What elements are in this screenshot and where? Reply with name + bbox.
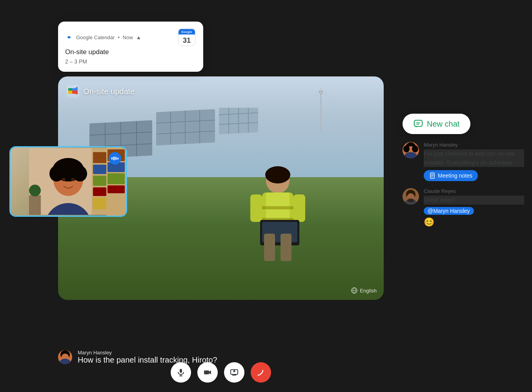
notification-time-range: 2 – 3 PM [65, 58, 195, 65]
audio-indicator [109, 152, 121, 165]
camera-icon [203, 368, 212, 377]
notification-card: Google Calendar • Now ▲ Google 31 On-sit… [58, 22, 203, 72]
svg-rect-46 [93, 187, 106, 196]
audio-bar-2 [113, 156, 115, 160]
sender-name-1: Maryn Hansley [424, 142, 524, 148]
gcal-icon [65, 33, 73, 41]
avatar-claude [403, 188, 419, 205]
svg-rect-29 [262, 206, 293, 209]
meet-logo-svg [67, 85, 79, 98]
notification-title: On-site update [65, 48, 195, 56]
end-call-icon [256, 368, 266, 377]
chevron-up-icon: ▲ [136, 34, 141, 40]
chat-text-2: Great news! [424, 196, 524, 205]
svg-rect-32 [293, 194, 305, 222]
language-label: English [360, 288, 377, 294]
chat-message-1: Maryn Hansley I've just checked in with … [403, 142, 524, 181]
svg-rect-48 [29, 195, 41, 215]
notification-time: Now [123, 34, 133, 40]
emoji-reaction: 😊 [424, 217, 524, 227]
chat-panel: New chat Maryn Hansley I've just checked… [403, 114, 524, 227]
svg-point-56 [57, 162, 68, 172]
chat-message-2: Claude Reyes Great news! @Maryn Hansley … [403, 188, 524, 227]
mention-row: @Maryn Hansley [424, 207, 524, 215]
svg-point-26 [265, 166, 290, 183]
wind-turbine [309, 88, 333, 135]
audio-bar-4 [117, 158, 118, 160]
notification-dot: • [118, 34, 120, 40]
svg-rect-67 [204, 370, 209, 374]
svg-rect-47 [93, 198, 106, 209]
svg-point-1 [68, 36, 70, 38]
meet-logo-overlay: On-site update [67, 85, 135, 98]
svg-rect-31 [250, 194, 262, 222]
self-view-person [29, 148, 107, 215]
new-chat-label: New chat [427, 120, 459, 129]
svg-rect-43 [93, 152, 106, 163]
svg-rect-73 [414, 120, 422, 127]
svg-line-24 [309, 92, 321, 100]
svg-marker-68 [209, 370, 211, 374]
calendar-badge: Google 31 [178, 29, 195, 46]
audio-bars [111, 156, 118, 160]
end-call-button[interactable] [251, 362, 271, 383]
caption-speaker: Maryn Hansley [78, 350, 217, 356]
svg-point-57 [69, 162, 80, 172]
present-icon [230, 368, 239, 377]
svg-point-49 [29, 185, 41, 196]
chat-content-2: Claude Reyes Great news! @Maryn Hansley … [424, 188, 524, 227]
chat-messages: Maryn Hansley I've just checked in with … [403, 142, 524, 227]
mic-button[interactable] [171, 362, 191, 383]
audio-bar-3 [115, 157, 117, 160]
chat-content-1: Maryn Hansley I've just checked in with … [424, 142, 524, 181]
language-badge[interactable]: English [351, 287, 377, 294]
svg-rect-45 [93, 176, 106, 186]
mic-icon [177, 368, 185, 377]
svg-point-58 [62, 178, 66, 181]
notification-app: Google Calendar [76, 34, 115, 40]
new-chat-button[interactable]: New chat [403, 114, 470, 134]
present-button[interactable] [224, 362, 244, 383]
audio-bar-1 [111, 157, 113, 160]
svg-rect-44 [93, 165, 106, 174]
svg-rect-36 [281, 234, 292, 261]
meeting-notes-label: Meeting notes [438, 172, 472, 179]
svg-rect-64 [180, 369, 182, 373]
meet-call-title: On-site update [83, 87, 135, 96]
calendar-day: 31 [179, 34, 195, 46]
svg-point-80 [403, 145, 410, 152]
svg-rect-8 [156, 109, 215, 145]
doc-icon [429, 172, 435, 179]
svg-line-23 [321, 92, 333, 100]
self-view-pip [9, 146, 127, 217]
meeting-notes-chip[interactable]: Meeting notes [424, 170, 478, 181]
svg-rect-35 [264, 234, 275, 261]
svg-point-90 [407, 198, 414, 202]
camera-button[interactable] [197, 362, 218, 383]
svg-point-59 [71, 178, 75, 181]
chat-text-1: I've just checked in with our on-site in… [424, 149, 524, 167]
control-bar [58, 359, 384, 388]
svg-point-81 [412, 145, 418, 152]
avatar-maryn [403, 142, 419, 158]
globe-icon [351, 287, 357, 294]
new-chat-icon [414, 119, 423, 129]
person-hiroto [242, 157, 313, 269]
sender-name-2: Claude Reyes [424, 188, 524, 194]
mention-chip[interactable]: @Maryn Hansley [424, 207, 474, 215]
